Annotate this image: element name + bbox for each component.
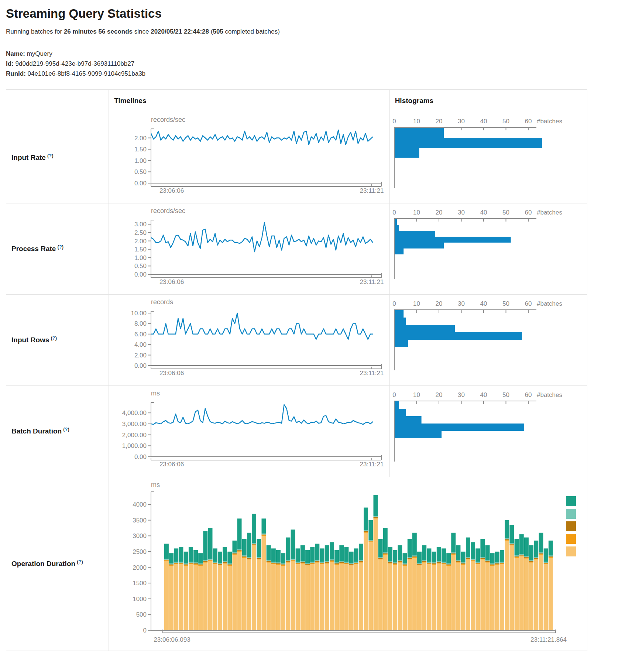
svg-text:ms: ms: [151, 390, 160, 397]
svg-text:60: 60: [525, 209, 532, 216]
process-rate-histogram-cell: 0102030405060#batches: [389, 203, 587, 294]
svg-text:50: 50: [502, 118, 509, 125]
operation-duration-chart-cell: ms4000350030002500200015001000500023:06:…: [109, 477, 587, 651]
svg-text:3000: 3000: [133, 532, 147, 539]
svg-text:10: 10: [413, 300, 420, 307]
svg-text:23:06:06: 23:06:06: [159, 461, 184, 468]
svg-text:50: 50: [502, 391, 509, 398]
input-rate-help-icon[interactable]: (?): [47, 153, 54, 158]
svg-text:1.50: 1.50: [134, 146, 147, 153]
svg-text:30: 30: [458, 209, 465, 216]
page-title: Streaming Query Statistics: [6, 7, 619, 21]
input-rows-label-cell: Input Rows(?): [6, 294, 109, 385]
svg-text:23:06:06: 23:06:06: [159, 187, 184, 194]
svg-text:#batches: #batches: [537, 300, 562, 307]
svg-text:0: 0: [143, 627, 147, 634]
process-rate-help-icon[interactable]: (?): [57, 244, 63, 250]
svg-text:3500: 3500: [133, 517, 147, 524]
batch-duration-timeline-chart: ms4,000.003,000.002,000.001,000.000.0023…: [109, 386, 389, 477]
process-rate-row: Process Rate(?) records/sec3.002.502.001…: [6, 203, 587, 294]
svg-text:3.00: 3.00: [134, 221, 147, 228]
svg-text:0.00: 0.00: [134, 271, 147, 278]
svg-text:0: 0: [392, 209, 396, 216]
input-rows-histogram-chart: 0102030405060#batches: [390, 295, 587, 385]
svg-text:0: 0: [392, 300, 396, 307]
svg-text:60: 60: [525, 118, 532, 125]
input-rate-histogram-cell: 0102030405060#batches: [389, 112, 587, 203]
svg-text:10: 10: [413, 209, 420, 216]
table-header-row: Timelines Histograms: [6, 89, 587, 112]
query-id-value: 9d0dd219-995d-423e-b97d-36931110bb27: [16, 60, 135, 67]
timelines-header: Timelines: [109, 89, 389, 112]
operation-duration-help-icon[interactable]: (?): [77, 559, 83, 565]
svg-text:0: 0: [392, 391, 396, 398]
svg-text:1,000.00: 1,000.00: [122, 442, 147, 449]
batch-duration-histogram-chart: 0102030405060#batches: [390, 386, 587, 477]
svg-text:10.00: 10.00: [131, 310, 147, 317]
input-rows-row: Input Rows(?) records10.008.006.004.002.…: [6, 294, 587, 385]
svg-text:records: records: [151, 298, 173, 306]
svg-text:500: 500: [136, 611, 147, 618]
svg-text:40: 40: [480, 300, 487, 307]
svg-text:40: 40: [480, 118, 487, 125]
legend-swatch-2: [566, 521, 576, 531]
svg-text:2.50: 2.50: [134, 229, 147, 236]
legend-swatch-3: [566, 534, 576, 544]
input-rate-label-cell: Input Rate(?): [6, 112, 109, 203]
svg-text:2,000.00: 2,000.00: [122, 431, 147, 438]
legend-swatch-1: [566, 509, 576, 519]
svg-text:#batches: #batches: [537, 209, 562, 216]
process-rate-histogram-chart: 0102030405060#batches: [390, 203, 587, 294]
svg-text:records/sec: records/sec: [151, 207, 185, 215]
query-runid-value: 04e101e6-8bf8-4165-9099-9104c951ba3b: [28, 70, 146, 77]
query-name-line: Name: myQuery: [6, 49, 619, 59]
svg-text:#batches: #batches: [537, 391, 562, 398]
svg-text:50: 50: [502, 209, 509, 216]
svg-text:23:11:21.864: 23:11:21.864: [530, 636, 567, 643]
svg-text:50: 50: [502, 300, 509, 307]
operation-duration-label-cell: Operation Duration(?): [6, 477, 109, 651]
svg-text:30: 30: [458, 391, 465, 398]
input-rows-histogram-cell: 0102030405060#batches: [389, 294, 587, 385]
input-rate-timeline-cell: records/sec2.001.501.000.500.0023:06:062…: [109, 112, 389, 203]
svg-text:2000: 2000: [133, 564, 147, 571]
svg-text:0.00: 0.00: [134, 362, 147, 369]
svg-text:23:11:21: 23:11:21: [360, 278, 384, 285]
svg-text:23:06:06: 23:06:06: [159, 278, 184, 285]
svg-text:20: 20: [435, 209, 442, 216]
input-rate-row: Input Rate(?) records/sec2.001.501.000.5…: [6, 112, 587, 203]
svg-text:1.00: 1.00: [134, 157, 147, 164]
legend-swatch-4: [566, 546, 576, 556]
batch-duration-label-cell: Batch Duration(?): [6, 385, 109, 477]
svg-text:0.50: 0.50: [134, 263, 147, 270]
svg-text:records/sec: records/sec: [151, 116, 185, 123]
process-rate-label-cell: Process Rate(?): [6, 203, 109, 294]
svg-text:0.00: 0.00: [134, 180, 147, 187]
svg-text:6.00: 6.00: [134, 330, 147, 337]
svg-text:20: 20: [435, 391, 442, 398]
batch-duration-help-icon[interactable]: (?): [63, 426, 69, 432]
svg-text:30: 30: [458, 300, 465, 307]
completed-batches-count: 505: [213, 28, 223, 35]
input-rows-help-icon[interactable]: (?): [51, 335, 57, 341]
query-name-value: myQuery: [27, 50, 52, 57]
svg-text:0.50: 0.50: [134, 168, 147, 175]
svg-text:0.00: 0.00: [134, 453, 147, 460]
svg-text:30: 30: [458, 118, 465, 125]
svg-text:23:06:06.093: 23:06:06.093: [154, 636, 190, 643]
query-id-line: Id: 9d0dd219-995d-423e-b97d-36931110bb27: [6, 59, 619, 69]
input-rows-timeline-chart: records10.008.006.004.002.000.0023:06:06…: [109, 295, 389, 385]
svg-text:10: 10: [413, 391, 420, 398]
batch-duration-histogram-cell: 0102030405060#batches: [389, 385, 587, 477]
svg-text:4.00: 4.00: [134, 341, 147, 348]
svg-text:23:11:21: 23:11:21: [360, 461, 384, 468]
svg-text:60: 60: [525, 391, 532, 398]
svg-text:#batches: #batches: [537, 118, 562, 125]
start-timestamp: 2020/05/21 22:44:28: [151, 28, 209, 35]
batch-duration-timeline-cell: ms4,000.003,000.002,000.001,000.000.0023…: [109, 385, 389, 477]
svg-text:2.00: 2.00: [134, 134, 147, 141]
running-batches-summary: Running batches for 26 minutes 56 second…: [6, 28, 619, 35]
svg-text:40: 40: [480, 209, 487, 216]
svg-text:10: 10: [413, 118, 420, 125]
page: Streaming Query Statistics Running batch…: [0, 0, 625, 655]
